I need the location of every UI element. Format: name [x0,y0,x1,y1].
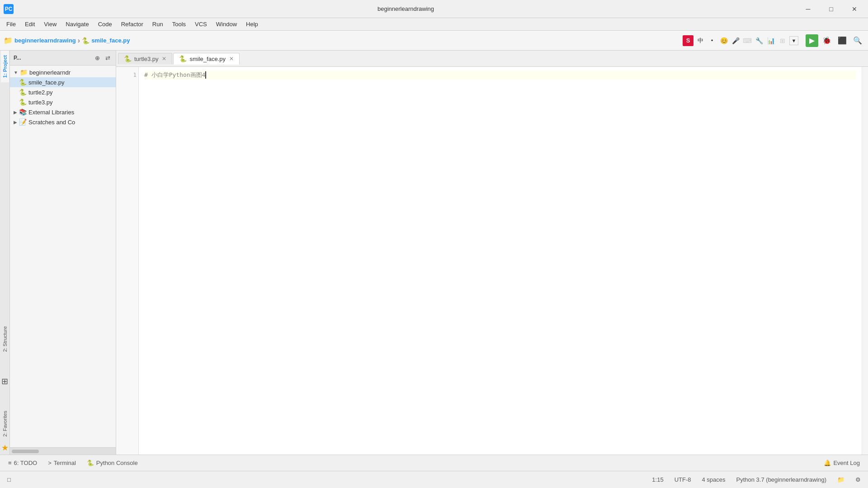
layout-icon[interactable]: ⊞ [0,375,10,388]
right-gutter [862,67,868,455]
menu-vcs[interactable]: VCS [190,19,212,29]
title-bar-left: PC [4,4,14,14]
bottom-tab-todo[interactable]: ≡ 6: TODO [4,457,42,469]
panel-add-button[interactable]: ⊕ [93,53,102,62]
tree-item-smileface[interactable]: 🐍 smile_face.py [10,77,116,87]
scratches-arrow-icon: ▶ [14,120,17,125]
tab-smileface-icon: 🐍 [179,55,187,62]
menu-navigate[interactable]: Navigate [61,19,93,29]
status-venv-icon[interactable]: 📁 [835,475,846,484]
bottom-tab-python-console[interactable]: 🐍 Python Console [82,457,142,469]
menu-help[interactable]: Help [241,19,263,29]
star-icon: ★ [0,441,10,455]
tree-label-scratches: Scratches and Co [28,119,75,126]
bottom-tab-event-log[interactable]: 🔔 Event Log [819,457,864,469]
maximize-button[interactable]: □ [821,2,841,16]
ext-libs-arrow-icon: ▶ [14,110,17,115]
search-button[interactable]: 🔍 [851,34,864,47]
sidebar-item-favorites[interactable]: 2: Favorites [1,406,9,441]
panel-header-buttons: ⊕ ⇄ [93,53,112,62]
ime-extra3-button[interactable]: ⊞ [778,36,788,46]
tab-smileface-close[interactable]: ✕ [229,56,234,62]
bottom-tab-terminal-label: Terminal [54,460,76,466]
sidebar-item-project[interactable]: 1: Project [1,51,9,82]
scratches-icon: 📝 [19,118,27,126]
tab-turtle3-icon: 🐍 [124,55,132,62]
menu-window[interactable]: Window [212,19,241,29]
ime-emoji-button[interactable]: 😊 [719,36,729,46]
tab-turtle3[interactable]: 🐍 turtle3.py ✕ [118,53,172,64]
tree-label-smileface: smile_face.py [28,79,64,86]
minimize-button[interactable]: ─ [798,2,818,16]
ime-dot-button[interactable]: • [707,36,717,46]
menu-code[interactable]: Code [94,19,117,29]
python-console-icon: 🐍 [87,460,94,466]
line-numbers: 1 [116,67,139,455]
ime-s-button[interactable]: S [683,35,693,46]
editor-area: 🐍 turtle3.py ✕ 🐍 smile_face.py ✕ 1 # 小白学… [116,51,868,455]
project-folder-icon: 📁 [4,36,13,45]
ime-mic-button[interactable]: 🎤 [731,36,741,46]
code-editor[interactable]: # 小白学Python画图4 [139,67,862,455]
terminal-icon: > [48,460,52,466]
editor-content[interactable]: 1 # 小白学Python画图4 [116,67,868,455]
menu-view[interactable]: View [39,19,61,29]
menu-run[interactable]: Run [148,19,168,29]
tab-smileface-label: smile_face.py [189,56,225,62]
status-settings-icon[interactable]: ⚙ [854,475,863,484]
status-cursor-pos[interactable]: 1:15 [650,475,665,484]
status-encoding[interactable]: UTF-8 [673,475,693,484]
bottom-tab-event-log-label: Event Log [833,460,860,466]
dropdown-button[interactable]: ▼ [789,36,798,45]
tree-item-scratches[interactable]: ▶ 📝 Scratches and Co [10,117,116,127]
tree-item-turtle3[interactable]: 🐍 turtle3.py [10,97,116,107]
bottom-tab-terminal[interactable]: > Terminal [43,457,80,469]
debug-button[interactable]: 🐞 [820,34,834,47]
menu-file[interactable]: File [2,19,20,29]
status-indent[interactable]: 4 spaces [700,475,727,484]
tree-item-external-libs[interactable]: ▶ 📚 External Libraries [10,107,116,117]
ime-chinese-button[interactable]: 中 [695,36,705,46]
menu-edit[interactable]: Edit [20,19,39,29]
toolbar-right: S 中 • 😊 🎤 ⌨ 🔧 📊 ⊞ ▼ ▶ 🐞 ⬛ 🔍 [683,34,864,47]
bottom-panel: ≡ 6: TODO > Terminal 🐍 Python Console 🔔 … [0,455,868,471]
title-bar: PC beginnerlearndrawing ─ □ ✕ [0,0,868,18]
folder-arrow-icon: ▼ [14,70,18,75]
menu-tools[interactable]: Tools [168,19,190,29]
status-interpreter[interactable]: Python 3.7 (beginnerlearndrawing) [735,475,828,484]
tree-item-turtle2[interactable]: 🐍 turtle2.py [10,87,116,97]
tab-turtle3-label: turtle3.py [134,56,158,62]
python-file-icon-2: 🐍 [19,89,27,96]
status-bar-right: 1:15 UTF-8 4 spaces Python 3.7 (beginner… [650,475,863,484]
layout-status-icon: □ [7,476,11,483]
close-button[interactable]: ✕ [844,2,864,16]
breadcrumb-file[interactable]: smile_face.py [91,37,130,44]
code-line-1: # 小白学Python画图4 [144,70,856,80]
app-icon: PC [4,4,14,14]
tree-root-folder[interactable]: ▼ 📁 beginnerlearndr [10,67,116,77]
editor-tabs: 🐍 turtle3.py ✕ 🐍 smile_face.py ✕ [116,51,868,67]
tree-root-label: beginnerlearndr [29,69,71,76]
python-file-icon-3: 🐍 [19,99,27,106]
tree-label-extlibs: External Libraries [28,109,74,116]
status-bar-left: □ [5,475,13,484]
run-button[interactable]: ▶ [806,34,818,47]
horizontal-scrollbar[interactable] [10,447,116,455]
scrollbar-thumb[interactable] [12,450,39,453]
menu-bar: File Edit View Navigate Code Refactor Ru… [0,18,868,31]
ime-keyboard-button[interactable]: ⌨ [742,36,752,46]
status-layout-button[interactable]: □ [5,475,13,484]
breadcrumb-separator: › [78,37,80,45]
sidebar-item-structure[interactable]: 2: Structure [1,322,9,357]
line-number-1: 1 [118,70,137,80]
folder-icon: 📁 [20,69,28,76]
breadcrumb-project[interactable]: beginnerlearndrawing [14,37,76,44]
menu-refactor[interactable]: Refactor [117,19,148,29]
panel-sync-button[interactable]: ⇄ [103,53,112,62]
ime-extra1-button[interactable]: 🔧 [754,36,764,46]
todo-icon: ≡ [8,460,12,466]
stop-button[interactable]: ⬛ [835,34,849,47]
tab-turtle3-close[interactable]: ✕ [162,56,166,62]
tab-smileface[interactable]: 🐍 smile_face.py ✕ [173,53,239,65]
ime-extra2-button[interactable]: 📊 [766,36,776,46]
